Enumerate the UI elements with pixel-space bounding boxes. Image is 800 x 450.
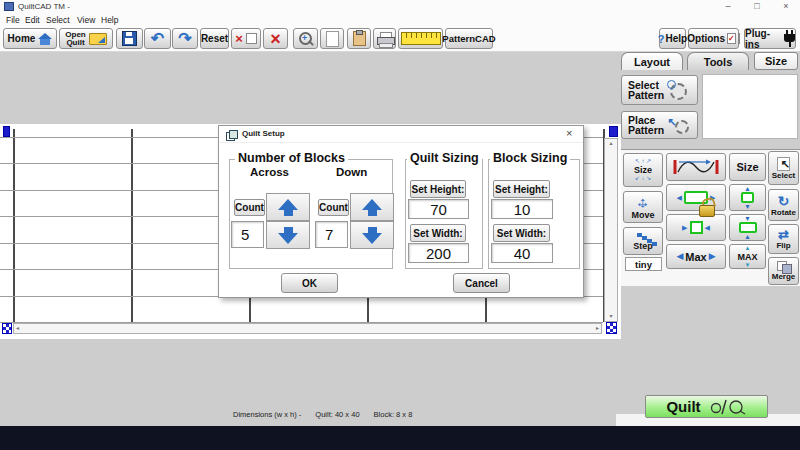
max-down-icon: ▼ bbox=[745, 262, 751, 269]
patterncad-button[interactable]: PatternCAD bbox=[445, 28, 493, 49]
minimize-icon[interactable]: – bbox=[722, 1, 734, 11]
horizontal-scrollbar[interactable]: ◂ ▸ bbox=[13, 323, 602, 334]
rotate-tool-button[interactable]: ↻ Rotate bbox=[768, 189, 799, 221]
max-label: Max bbox=[685, 251, 706, 263]
restore-icon[interactable]: □ bbox=[751, 1, 763, 11]
down-count-value[interactable]: 7 bbox=[315, 221, 348, 248]
merge-tool-button[interactable]: Merge bbox=[768, 257, 799, 285]
place-pattern-label: Place Pattern bbox=[628, 115, 664, 135]
redo-button[interactable]: ↷ bbox=[172, 28, 198, 49]
canvas-handle-bottom-right[interactable] bbox=[606, 322, 617, 334]
max-full-button[interactable]: ▲ MAX ▼ bbox=[729, 244, 766, 269]
options-empty-box[interactable] bbox=[738, 33, 740, 44]
canvas-handle-bottom-left[interactable] bbox=[2, 323, 12, 334]
tab-layout[interactable]: Layout bbox=[621, 52, 683, 70]
max-left-icon: ◀ bbox=[676, 253, 683, 260]
size-tool-button[interactable]: ↖ ↑ ↗ Size ↙ ↓ ↘ bbox=[623, 153, 663, 187]
paste-button[interactable] bbox=[347, 28, 371, 49]
dialog-titlebar[interactable]: Quilt Setup × bbox=[219, 126, 583, 143]
place-pattern-button[interactable]: Place Pattern ↖ bbox=[621, 111, 698, 139]
menu-file[interactable]: File bbox=[6, 15, 20, 25]
close-icon[interactable]: × bbox=[780, 1, 792, 11]
size-mode-button[interactable]: Size bbox=[729, 153, 766, 181]
canvas-handle-top-left[interactable] bbox=[3, 126, 10, 137]
tab-size[interactable]: Size bbox=[754, 52, 798, 70]
window-title: QuiltCAD TM - bbox=[18, 2, 70, 11]
menu-view[interactable]: View bbox=[77, 15, 95, 25]
print-button[interactable] bbox=[373, 28, 396, 49]
flip-tool-button[interactable]: ⇄ Flip bbox=[768, 224, 799, 254]
right-in-arrow-icon: ▶ bbox=[682, 224, 687, 231]
select-tool-button[interactable]: ↖ Select bbox=[768, 151, 799, 185]
redo-icon: ↷ bbox=[178, 31, 191, 47]
move-icon: ↔ ↕ bbox=[634, 194, 652, 210]
aspect-lock-icon[interactable] bbox=[696, 198, 717, 217]
left-out-arrow-icon: ◀ bbox=[677, 194, 682, 201]
options-button[interactable]: Options ✓ bbox=[688, 28, 739, 49]
canvas-handle-top-right[interactable] bbox=[609, 126, 618, 137]
move-tool-button[interactable]: ↔ ↕ Move bbox=[623, 191, 663, 223]
save-button[interactable] bbox=[116, 28, 143, 49]
step-tool-button[interactable]: Step bbox=[623, 227, 663, 255]
app-icon bbox=[4, 2, 14, 11]
quilt-mode-button[interactable]: Quilt bbox=[645, 395, 768, 418]
rotate-tool-label: Rotate bbox=[771, 208, 796, 217]
new-page-button[interactable] bbox=[320, 28, 344, 49]
dialog-title: Quilt Setup bbox=[242, 129, 285, 138]
quilt-set-height-button[interactable]: Set Height: bbox=[410, 180, 466, 198]
max-width-button[interactable]: ◀ Max ▶ bbox=[666, 244, 726, 269]
vertical-scrollbar[interactable]: ▴ ▾ bbox=[604, 138, 618, 322]
select-cursor-icon: ↖ bbox=[777, 157, 791, 171]
pattern-preview-panel bbox=[702, 74, 798, 139]
undo-button[interactable]: ↶ bbox=[144, 28, 171, 49]
select-pattern-button[interactable]: Select Pattern bbox=[621, 75, 698, 105]
block-width-value[interactable]: 40 bbox=[491, 243, 553, 263]
grid-vertical-line bbox=[13, 129, 15, 322]
down-count-down-button[interactable] bbox=[350, 221, 394, 249]
scroll-down-icon[interactable]: ▾ bbox=[605, 313, 617, 320]
quilt-sizing-group: Quilt Sizing Set Height: 70 Set Width: 2… bbox=[405, 159, 483, 269]
delete-button[interactable]: × bbox=[263, 28, 288, 49]
quilt-set-width-button[interactable]: Set Width: bbox=[410, 224, 466, 242]
block-shape-icon bbox=[690, 221, 703, 234]
home-button[interactable]: Home bbox=[3, 28, 57, 49]
ruler-button[interactable] bbox=[398, 28, 443, 49]
block-set-width-button[interactable]: Set Width: bbox=[493, 224, 550, 242]
scroll-right-icon[interactable]: ▸ bbox=[596, 325, 599, 332]
menu-edit[interactable]: Edit bbox=[25, 15, 40, 25]
reset-button[interactable]: Reset bbox=[200, 28, 229, 49]
open-quilt-button[interactable]: Open Quilt bbox=[59, 28, 113, 49]
block-set-height-button[interactable]: Set Height: bbox=[493, 180, 550, 198]
down-count-up-button[interactable] bbox=[350, 193, 394, 221]
wave-icon bbox=[673, 158, 719, 176]
clear-block-button[interactable]: × bbox=[231, 28, 261, 49]
tab-tools[interactable]: Tools bbox=[687, 52, 749, 70]
options-checked-box[interactable]: ✓ bbox=[727, 33, 736, 44]
menu-help[interactable]: Help bbox=[101, 15, 118, 25]
plugins-button[interactable]: Plug-ins bbox=[744, 28, 796, 49]
menu-select[interactable]: Select bbox=[46, 15, 70, 25]
down-arrow-icon bbox=[278, 233, 298, 244]
scroll-left-icon[interactable]: ◂ bbox=[16, 325, 19, 332]
plug-icon bbox=[783, 30, 795, 47]
flip-tool-label: Flip bbox=[776, 241, 790, 250]
across-count-up-button[interactable] bbox=[266, 193, 310, 221]
size-arrows-bottom-icon: ↙ ↓ ↘ bbox=[635, 175, 651, 182]
shrink-vertical-button[interactable]: ▼ ▲ bbox=[729, 214, 766, 241]
cancel-button[interactable]: Cancel bbox=[453, 273, 510, 293]
scroll-up-icon[interactable]: ▴ bbox=[605, 140, 617, 147]
shrink-horizontal-button[interactable]: ▶ ◀ bbox=[666, 214, 726, 241]
quilt-height-value[interactable]: 70 bbox=[408, 199, 469, 219]
select-pattern-icon bbox=[667, 80, 687, 100]
across-count-down-button[interactable] bbox=[266, 221, 310, 249]
dialog-close-icon[interactable]: × bbox=[566, 127, 572, 139]
across-count-value[interactable]: 5 bbox=[231, 221, 264, 248]
cancel-label: Cancel bbox=[465, 278, 498, 289]
zoom-button[interactable]: + bbox=[293, 28, 318, 49]
ok-button[interactable]: OK bbox=[281, 273, 338, 293]
quilt-width-value[interactable]: 200 bbox=[408, 243, 469, 263]
help-button[interactable]: ? Help bbox=[659, 28, 686, 49]
wave-tool-button[interactable] bbox=[666, 153, 726, 181]
block-height-value[interactable]: 10 bbox=[491, 199, 553, 219]
stretch-vertical-button[interactable]: ▲ ▼ bbox=[729, 184, 766, 211]
